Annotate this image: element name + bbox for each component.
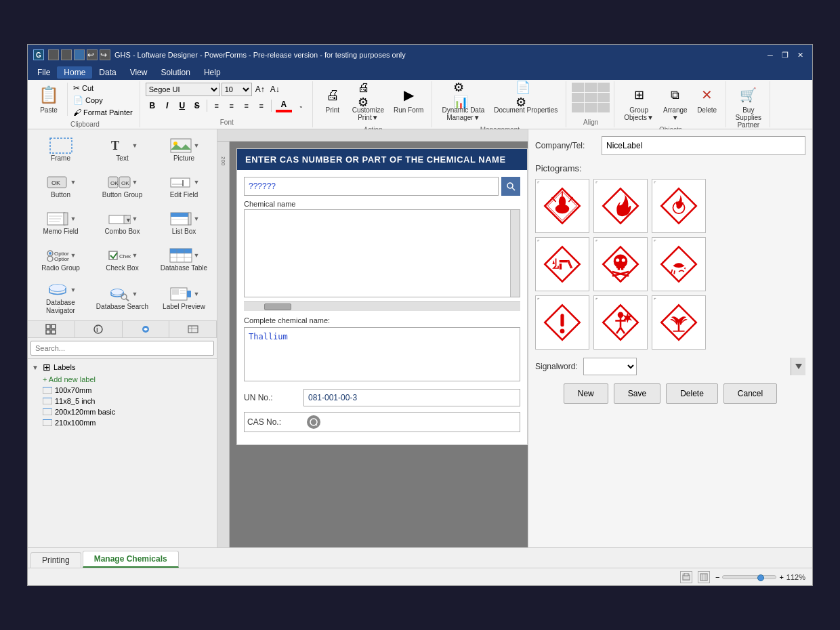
tool-picture[interactable]: ▼ Picture [154, 132, 214, 167]
menu-home[interactable]: Home [57, 66, 92, 79]
dynamic-data-btn[interactable]: ⚙📊 Dynamic DataManager▼ [438, 83, 488, 123]
pictogram-4[interactable]: ⌜ [535, 237, 589, 291]
zoom-thumb[interactable] [757, 574, 764, 581]
align-right-btn[interactable]: ≡ [240, 99, 253, 112]
tool-text[interactable]: T ▼ Text [92, 132, 152, 167]
toolbar-save[interactable] [48, 49, 59, 60]
tool-button[interactable]: OK ▼ Button [30, 169, 91, 204]
chemical-list[interactable] [244, 209, 520, 297]
delete-action-btn[interactable]: Delete [666, 383, 718, 404]
run-form-btn[interactable]: ▶ Run Form [390, 83, 427, 116]
minimize-btn[interactable]: ─ [763, 49, 777, 61]
pictogram-6[interactable]: ⌜ [652, 237, 706, 291]
document-props-btn[interactable]: 📄⚙ Document Properties [490, 83, 562, 116]
label-item-1[interactable]: 11x8_5 inch [40, 396, 215, 406]
pictogram-9[interactable]: ⌜ [652, 295, 706, 350]
strikethrough-btn[interactable]: S [190, 99, 204, 112]
save-btn[interactable]: Save [614, 383, 660, 404]
align-justify-btn[interactable]: ≡ [255, 99, 268, 112]
format-painter-btn[interactable]: 🖌 Format Painter [70, 107, 135, 118]
align-tc[interactable] [585, 83, 597, 92]
print-btn[interactable]: 🖨 Print [318, 83, 347, 116]
pictogram-5[interactable]: ⌜ [593, 237, 648, 291]
tool-memo-field[interactable]: ▼ Memo Field [30, 205, 91, 240]
pictogram-7[interactable]: ⌜ [535, 295, 589, 350]
underline-btn[interactable]: U [175, 99, 189, 112]
pictogram-8[interactable]: ⌜ [593, 295, 648, 350]
search-input[interactable] [30, 341, 214, 356]
align-tl[interactable] [572, 83, 584, 92]
toolbar-redo[interactable]: ↪ [100, 49, 110, 60]
tool-database-table[interactable]: ▼ Database Table [154, 242, 214, 277]
label-item-2[interactable]: 200x120mm basic [40, 406, 215, 417]
font-color-btn[interactable]: A [274, 100, 293, 112]
signalword-select[interactable]: Danger Warning [583, 358, 637, 375]
menu-help[interactable]: Help [197, 66, 228, 79]
menu-file[interactable]: File [30, 66, 57, 79]
align-bl[interactable] [572, 103, 584, 112]
chem-scrollbar[interactable] [510, 210, 520, 297]
label-item-3[interactable]: 210x100mm [40, 417, 215, 428]
delete-btn[interactable]: ✕ Delete [693, 83, 721, 116]
un-no-input[interactable] [303, 389, 520, 406]
tool-button-group[interactable]: OKOK ▼ Button Group [92, 169, 152, 204]
new-btn[interactable]: New [564, 383, 608, 404]
zoom-slider[interactable] [722, 575, 776, 579]
cancel-btn[interactable]: Cancel [723, 383, 777, 404]
tool-database-navigator[interactable]: ▼ Database Navigator [30, 278, 91, 318]
chem-hscrollbar[interactable] [244, 301, 520, 311]
italic-btn[interactable]: I [161, 99, 174, 112]
align-bc[interactable] [585, 103, 597, 112]
menu-data[interactable]: Data [92, 66, 123, 79]
align-ml[interactable] [572, 93, 584, 102]
toolbox-tab-props[interactable]: i [75, 321, 123, 337]
tool-radio-group[interactable]: Option 1Option 2 ▼ Radio Group [30, 242, 91, 277]
tool-combo-box[interactable]: ▼ ▼ Combo Box [92, 205, 152, 240]
align-br[interactable] [597, 103, 610, 112]
close-btn[interactable]: ✕ [793, 49, 807, 61]
bold-btn[interactable]: B [146, 99, 159, 112]
font-decrease-btn[interactable]: A↓ [268, 83, 282, 96]
label-item-0[interactable]: 100x70mm [40, 385, 215, 396]
align-left-btn[interactable]: ≡ [210, 99, 224, 112]
pictogram-3[interactable]: ⌜ [652, 179, 706, 233]
zoom-minus[interactable]: − [715, 573, 719, 581]
font-increase-btn[interactable]: A↑ [253, 83, 267, 96]
toolbox-tab-grid[interactable] [28, 321, 75, 337]
add-new-label[interactable]: + Add new label [40, 374, 215, 385]
align-mc[interactable] [585, 93, 597, 102]
toolbox-tab-table[interactable] [169, 321, 217, 337]
group-objects-btn[interactable]: ⊞ GroupObjects▼ [620, 83, 658, 123]
company-input[interactable] [602, 136, 805, 155]
cas-search-btn[interactable] [501, 177, 520, 196]
cut-btn[interactable]: ✂ Cut [70, 83, 135, 93]
status-icon-1[interactable] [680, 571, 692, 583]
menu-view[interactable]: View [123, 66, 154, 79]
scroll-thumb[interactable] [264, 303, 291, 310]
cas-search-input[interactable] [244, 177, 499, 196]
font-size-select[interactable]: 10 [222, 83, 252, 96]
toolbox-tab-circle[interactable] [123, 321, 170, 337]
restore-btn[interactable]: ❐ [778, 49, 792, 61]
toolbar-save2[interactable] [74, 49, 85, 60]
tool-label-preview[interactable]: ▼ Label Preview [154, 278, 214, 318]
copy-btn[interactable]: 📄 Copy [70, 95, 135, 106]
tool-frame[interactable]: Frame [30, 132, 91, 167]
toolbar-undo[interactable]: ↩ [87, 49, 98, 60]
zoom-plus[interactable]: + [779, 573, 783, 581]
menu-solution[interactable]: Solution [154, 66, 197, 79]
arrange-btn[interactable]: ⧉ Arrange▼ [659, 83, 692, 123]
tab-manage-chemicals[interactable]: Manage Chemicals [83, 551, 179, 568]
pictogram-1[interactable]: ⌜ [535, 179, 589, 233]
customize-print-btn[interactable]: 🖨⚙ CustomizePrint▼ [348, 83, 388, 123]
tool-list-box[interactable]: ▼ List Box [154, 205, 214, 240]
align-tr[interactable] [597, 83, 610, 92]
tool-edit-field[interactable]: ▼ Edit Field [154, 169, 214, 204]
pictogram-2[interactable]: ⌜ [593, 179, 648, 233]
align-mr[interactable] [597, 93, 610, 102]
font-face-select[interactable]: Segoe UI [146, 83, 220, 96]
align-center-btn[interactable]: ≡ [225, 99, 238, 112]
expand-font-btn[interactable]: ⌄ [295, 99, 308, 112]
toolbar-open[interactable] [61, 49, 72, 60]
tab-printing[interactable]: Printing [30, 552, 81, 568]
